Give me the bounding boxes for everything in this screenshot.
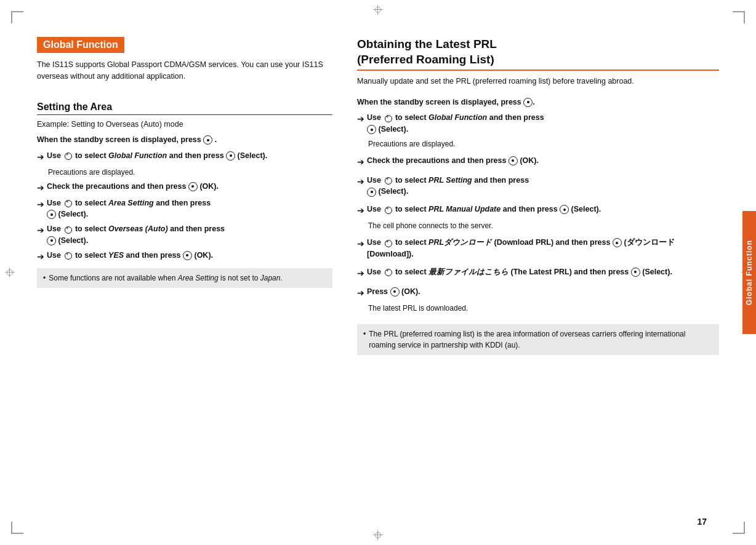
left-step-3: ➔ Use to select Area Setting and then pr… (37, 197, 332, 221)
cross-mark-left (5, 268, 15, 277)
step-1-subnote: Precautions are displayed. (48, 167, 332, 178)
arrow-3: ➔ (37, 198, 44, 211)
standby-select-btn (203, 135, 212, 145)
nav-icon-3 (63, 198, 73, 208)
select-btn-3 (47, 210, 56, 219)
r-step-4-subnote: The cell phone connects to the server. (368, 220, 719, 231)
r-nav-icon-1 (383, 113, 393, 123)
right-step-2: ➔ Check the precautions and then press (… (357, 155, 719, 172)
setting-area-example: Example: Setting to Overseas (Auto) mode (37, 119, 332, 130)
r-step-3-text: Use to select PRL Setting and then press… (367, 175, 719, 198)
r-select-btn-7 (390, 287, 400, 296)
r-step-7-subnote: The latest PRL is downloaded. (368, 303, 719, 314)
right-step-5: ➔ Use to select PRLダウンロード (Download PRL)… (357, 237, 719, 263)
arrow-1: ➔ (37, 151, 44, 164)
select-btn-2 (188, 182, 198, 191)
right-step-7: ➔ Press (OK). The latest PRL is download… (357, 286, 719, 316)
r-step-1-subnote: Precautions are displayed. (368, 138, 719, 149)
sidebar-tab-label: Global Function (745, 240, 754, 305)
r-select-btn-4 (560, 205, 569, 214)
left-step-5: ➔ Use to select YES and then press (OK). (37, 250, 332, 263)
page-number: 17 (697, 517, 707, 527)
content-area: Global Function The IS11S supports Globa… (37, 37, 719, 508)
r-select-btn-5 (613, 238, 622, 247)
r-arrow-6: ➔ (357, 267, 364, 280)
left-step-2: ➔ Check the precautions and then press (… (37, 181, 332, 194)
step-5-text: Use to select YES and then press (OK). (47, 250, 332, 261)
arrow-5: ➔ (37, 250, 44, 263)
left-step-1: ➔ Use to select Global Function and then… (37, 150, 332, 178)
cross-mark-bottom (373, 530, 383, 540)
corner-mark-tl (11, 11, 23, 23)
nav-icon-4 (63, 225, 73, 234)
r-step-1-text: Use to select Global Function and then p… (367, 112, 719, 135)
nav-icon-5 (63, 250, 73, 260)
r-step-2-text: Check the precautions and then press (OK… (367, 155, 719, 167)
r-step-4-text: Use to select PRL Manual Update and then… (367, 204, 719, 215)
prl-title-block: Obtaining the Latest PRL (Preferred Roam… (357, 37, 719, 92)
right-note-box: The PRL (preferred roaming list) is the … (357, 324, 719, 355)
cross-mark-top (373, 5, 383, 15)
arrow-2: ➔ (37, 181, 44, 194)
right-step-4: ➔ Use to select PRL Manual Update and th… (357, 204, 719, 234)
r-select-btn-3 (367, 188, 376, 197)
right-standby-select-btn (523, 98, 533, 107)
sidebar-tab: Global Function (742, 211, 756, 334)
step-4-text: Use to select Overseas (Auto) and then p… (47, 223, 332, 247)
right-standby-instruction: When the standby screen is displayed, pr… (357, 97, 719, 108)
global-function-description: The IS11S supports Global Passport CDMA/… (37, 59, 332, 83)
r-select-btn-1 (367, 125, 376, 134)
r-arrow-1: ➔ (357, 113, 364, 125)
left-standby-instruction: When the standby screen is displayed, pr… (37, 134, 332, 146)
right-note-text: The PRL (preferred roaming list) is the … (363, 328, 713, 351)
left-step-4: ➔ Use to select Overseas (Auto) and then… (37, 223, 332, 247)
right-step-1: ➔ Use to select Global Function and then… (357, 112, 719, 152)
r-select-btn-2 (509, 156, 518, 165)
right-step-6: ➔ Use to select 最新ファイルはこちら (The Latest P… (357, 266, 719, 283)
global-function-title: Global Function (37, 37, 124, 53)
r-select-btn-6 (631, 268, 640, 277)
corner-mark-tr (733, 11, 745, 23)
left-note-text: Some functions are not available when Ar… (43, 272, 326, 284)
step-3-text: Use to select Area Setting and then pres… (47, 197, 332, 221)
left-column: Global Function The IS11S supports Globa… (37, 37, 332, 508)
prl-title: Obtaining the Latest PRL (Preferred Roam… (357, 37, 719, 71)
arrow-4: ➔ (37, 224, 44, 237)
select-btn-1 (226, 151, 235, 161)
r-arrow-4: ➔ (357, 204, 364, 217)
setting-area-section: Setting the Area Example: Setting to Ove… (37, 93, 332, 288)
r-step-7-text: Press (OK). (367, 286, 719, 298)
right-step-3: ➔ Use to select PRL Setting and then pre… (357, 175, 719, 201)
right-column: Obtaining the Latest PRL (Preferred Roam… (357, 37, 719, 508)
corner-mark-br (733, 522, 745, 534)
corner-mark-bl (11, 522, 23, 534)
r-arrow-5: ➔ (357, 237, 364, 250)
prl-description: Manually update and set the PRL (preferr… (357, 76, 719, 87)
r-nav-icon-6 (383, 267, 393, 277)
nav-icon-1 (63, 151, 73, 161)
r-nav-icon-5 (383, 238, 393, 248)
step-2-text: Check the precautions and then press (OK… (47, 181, 332, 193)
r-arrow-2: ➔ (357, 156, 364, 169)
r-step-6-text: Use to select 最新ファイルはこちら (The Latest PRL… (367, 266, 719, 278)
left-note-box: Some functions are not available when Ar… (37, 268, 332, 288)
r-step-5-text: Use to select PRLダウンロード (Download PRL) a… (367, 237, 719, 260)
select-btn-5 (183, 251, 192, 260)
r-nav-icon-3 (383, 175, 393, 185)
step-1-text: Use to select Global Function and then p… (47, 150, 332, 162)
setting-area-title: Setting the Area (37, 101, 332, 115)
r-nav-icon-4 (383, 205, 393, 215)
r-arrow-3: ➔ (357, 175, 364, 188)
r-arrow-7: ➔ (357, 287, 364, 300)
global-function-header-block: Global Function The IS11S supports Globa… (37, 37, 332, 87)
select-btn-4 (47, 236, 56, 245)
